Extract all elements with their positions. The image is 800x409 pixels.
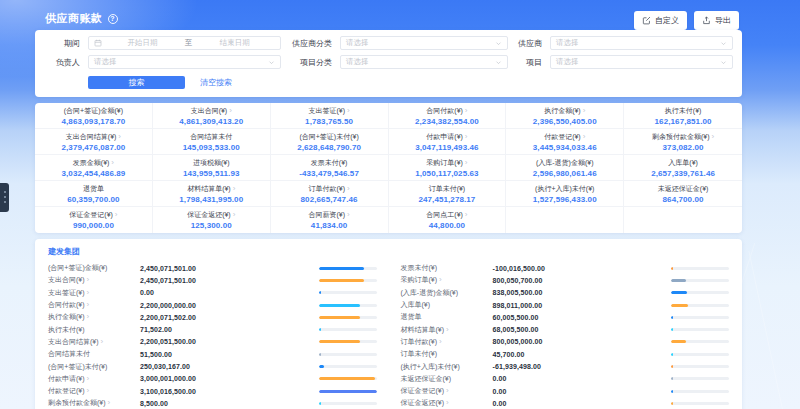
metric-row: 执行金额(¥)› 2,200,071,502.00 [48,311,377,323]
metric-bar-fill [671,390,673,393]
project-category-select[interactable]: 请选择 [340,55,508,69]
export-button[interactable]: 导出 [694,11,739,30]
metric-bar-fill [319,316,360,319]
stat-cell[interactable]: 材料结算单(¥)› 1,798,431,995.00 [153,181,271,207]
stat-label: (入库-退货)金额(¥) [536,158,594,168]
stat-value: 3,047,119,493.46 [415,143,478,152]
metric-bar [319,377,377,380]
metric-bar-fill [319,390,377,393]
metric-row: (入库-退货)金额(¥)› 838,005,500.00 [401,287,730,299]
customize-button[interactable]: 自定义 [634,11,687,30]
stat-label: 材料结算单(¥) [187,184,231,194]
stat-cell[interactable]: 付款申请(¥)› 3,047,119,493.46 [389,129,507,155]
stat-label: (合同+签证)未付(¥) [299,132,358,142]
stat-label: 剩余预付款金额(¥) [652,132,710,142]
date-range-input[interactable]: 开始日期 至 结束日期 [88,36,281,50]
stat-cell[interactable]: 发票金额(¥)› 3,032,454,486.89 [35,155,153,181]
export-icon [702,16,711,25]
supplier-label: 供应商 [508,38,550,49]
stat-label: 合同付款(¥) [426,106,463,116]
metric-label: 订单付款(¥) [401,337,438,347]
stat-label: 合同结算未付 [190,132,232,142]
metric-bar-fill [671,304,688,307]
chevron-right-icon: › [229,108,232,114]
stat-label: 支出合同结算(¥) [66,132,117,142]
metric-row: 订单付款(¥)› 800,005,000.00 [401,336,730,348]
metric-value: 898,011,000.00 [493,302,672,309]
metric-bar [671,402,729,405]
stat-cell[interactable]: 付款登记(¥)› 3,445,934,033.46 [506,129,624,155]
clear-search-link[interactable]: 清空搜索 [200,77,232,88]
metric-bar-fill [319,328,321,331]
metric-bar [671,353,729,356]
chevron-down-icon [495,40,502,47]
stat-cell[interactable]: 保证金返还(¥)› 125,300.00 [153,207,271,233]
stat-value: 143,959,511.93 [183,169,240,178]
stat-value: 3,445,934,033.46 [533,143,597,152]
stat-value: 2,396,550,405.00 [533,117,597,126]
chevron-right-icon: › [111,160,114,166]
stat-cell[interactable]: 执行金额(¥)› 2,396,550,405.00 [506,103,624,129]
group-title[interactable]: 建发集团 [48,246,732,257]
chevron-right-icon: › [465,108,468,114]
drawer-handle[interactable] [0,183,9,212]
page-title: 供应商账款 [45,11,103,26]
stat-cell[interactable]: 支出合同结算(¥)› 2,379,476,087.00 [35,129,153,155]
metric-bar [671,279,729,282]
metric-bar-fill [319,365,324,368]
project-select[interactable]: 请选择 [550,55,733,69]
stat-cell[interactable]: 合同薪资(¥)› 41,834.00 [271,207,389,233]
project-category-label: 项目分类 [281,57,340,68]
chevron-right-icon: › [712,134,715,140]
stat-cell: 合同结算未付› 145,093,533.00 [153,129,271,155]
metric-bar-fill [671,328,673,331]
stat-cell[interactable]: 合同点工(¥)› 44,800.00 [389,207,507,233]
metric-row: 付款登记(¥)› 3,100,016,500.00 [48,385,377,397]
stat-cell: 未返还保证金(¥)› 864,700.00 [624,181,742,207]
stat-cell[interactable]: 支出签证(¥)› 1,783,765.50 [271,103,389,129]
supplier-category-select[interactable]: 请选择 [340,36,508,50]
stat-value: 4,863,093,178.70 [61,117,125,126]
metric-label: 保证金登记(¥) [401,386,445,396]
help-icon[interactable]: ? [108,14,118,24]
metric-bar-fill [671,267,673,270]
search-button[interactable]: 搜索 [88,76,185,89]
period-label: 期间 [49,38,88,49]
metric-row: 支出合同(¥)› 2,450,071,501.00 [48,274,377,286]
metric-value: 8,500.00 [140,400,319,407]
metric-value: 71,502.00 [140,326,319,333]
metric-row: (执行+入库)未付(¥)› -61,939,498.00 [401,360,730,372]
metric-label: 执行未付(¥) [48,325,85,335]
stat-value: 162,167,851.00 [655,117,712,126]
stat-value: 1,798,431,995.00 [179,195,243,204]
metric-value: 60,005,500.00 [493,314,672,321]
stat-value: 2,628,648,790.70 [297,143,361,152]
stat-cell[interactable]: 采购订单(¥)› 1,050,117,025.63 [389,155,507,181]
supplier-select[interactable]: 请选择 [550,36,733,50]
edit-icon [642,16,651,25]
metric-value: 3,000,001,000.00 [140,375,319,382]
stats-panel: (合同+签证)金额(¥)› 4,863,093,178.70 支出合同(¥)› … [35,103,742,233]
metric-value: -100,016,500.00 [493,265,672,272]
stat-value: 247,451,278.17 [418,195,475,204]
stat-cell[interactable]: 合同付款(¥)› 2,234,382,554.00 [389,103,507,129]
stat-label: 入库单(¥) [668,158,698,168]
metric-bar [671,365,729,368]
stat-cell[interactable]: 剩余预付款金额(¥)› 373,082.00 [624,129,742,155]
stat-label: 支出签证(¥) [308,106,345,116]
stat-value: -433,479,546.57 [299,169,359,178]
stat-cell[interactable]: 支出合同(¥)› 4,861,309,413.20 [153,103,271,129]
chevron-right-icon: › [347,108,350,114]
stat-cell: 进项税额(¥)› 143,959,511.93 [153,155,271,181]
metric-bar-fill [671,377,673,380]
stat-label: 订单付款(¥) [308,184,345,194]
metric-label: 发票未付(¥) [401,263,438,273]
owner-select[interactable]: 请选择 [88,55,281,69]
stat-value: 1,527,596,433.00 [533,195,597,204]
stat-value: 4,861,309,413.20 [179,117,243,126]
stat-cell[interactable]: 保证金登记(¥)› 990,000.00 [35,207,153,233]
start-date-placeholder: 开始日期 [102,38,183,48]
metric-bar-fill [671,291,687,294]
stat-cell[interactable]: 订单付款(¥)› 802,665,747.46 [271,181,389,207]
stat-label: 订单未付(¥) [429,184,466,194]
